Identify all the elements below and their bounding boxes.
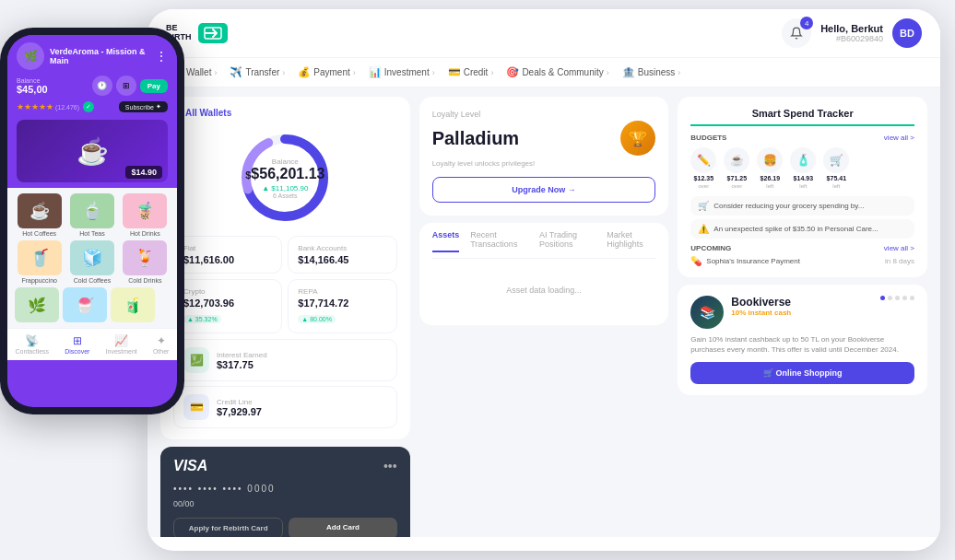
hot-drinks-img: 🧋	[123, 193, 167, 228]
bookiverse-cta-button[interactable]: 🛒 Online Shopping	[690, 362, 914, 384]
interest-icon: 💹	[183, 347, 209, 373]
tab-content-placeholder: Asset data loading...	[506, 286, 582, 295]
balance-assets: 6 Assets	[245, 192, 324, 199]
loyalty-icon: 🏆	[620, 121, 655, 156]
investment-nav-icon: 📊	[369, 66, 382, 78]
visa-buttons: Apply for Rebirth Card Add Card	[173, 518, 397, 537]
phone-cat-cold-drinks[interactable]: 🍹 Cold Drinks	[121, 240, 170, 284]
budget-amount-4: $75.41	[827, 175, 846, 181]
upcoming-header-row: UPCOMING view all >	[690, 244, 914, 252]
nav-transfer[interactable]: ✈️ Transfer ›	[225, 64, 289, 81]
bookiverse-header: 📚 Bookiverse 10% instant cash	[690, 296, 914, 329]
budgets-label: BUDGETS	[690, 134, 726, 142]
apply-card-button[interactable]: Apply for Rebirth Card	[173, 518, 283, 537]
dot-5	[910, 296, 914, 300]
nav-credit-label: Credit	[464, 67, 489, 77]
fiat-label: Fiat	[183, 244, 272, 252]
wallet-section-label: All Wallets	[185, 108, 231, 118]
tabs-bar: Assets Recent Transactions AI Trading Po…	[419, 223, 669, 325]
nav-business-label: Business	[638, 67, 676, 77]
hot-teas-label: Hot Teas	[79, 230, 105, 237]
grocery-alert-text: Consider reducing your grocery spending …	[713, 202, 864, 210]
bookiverse-dots	[880, 296, 914, 300]
balance-amount: $$56,201.13	[245, 166, 324, 182]
cold-drinks-label: Cold Drinks	[128, 277, 161, 284]
phone-pay-button[interactable]: Pay	[140, 79, 168, 93]
credit-info: Credit Line $7,929.97	[217, 398, 262, 417]
bank-amount: $14,166.45	[298, 254, 386, 265]
cold-coffees-img: 🧊	[70, 240, 114, 275]
nav-credit[interactable]: 💳 Credit ›	[443, 64, 499, 81]
nav-payment[interactable]: 💰 Payment ›	[293, 64, 360, 81]
phone-cat-cold-coffees[interactable]: 🧊 Cold Coffees	[67, 240, 116, 284]
phone-nav-investment[interactable]: 📈 Investment	[106, 334, 137, 355]
nav-business-chevron: ›	[678, 68, 680, 77]
phone-nav-discover[interactable]: ⊞ Discover	[65, 334, 89, 355]
phone-subscribe-button[interactable]: Subscribe ✦	[119, 101, 168, 112]
budget-status-1: over	[731, 183, 742, 189]
other-icon: ✦	[157, 334, 166, 347]
repa-change: ▲ 80.00%	[298, 315, 336, 323]
repa-amount: $17,714.72	[298, 298, 386, 309]
phone-frame: 🌿 VerdeAroma - Mission & Main ⋮ Balance …	[0, 28, 184, 414]
phone-clock-icon[interactable]: 🕐	[92, 76, 112, 96]
nav-investment[interactable]: 📊 Investment ›	[364, 64, 440, 81]
notification-button[interactable]: 4	[782, 18, 811, 48]
upgrade-button[interactable]: Upgrade Now →	[432, 177, 656, 203]
nav-community-label: Deals & Community	[522, 67, 603, 77]
payment-days: in 8 days	[885, 257, 914, 265]
hot-coffees-img: ☕	[18, 193, 62, 228]
tab-transactions[interactable]: Recent Transactions	[470, 230, 528, 252]
budget-item-1: ☕ $71.25 over	[724, 147, 749, 189]
budgets-view-all[interactable]: view all >	[884, 134, 914, 142]
budget-status-4: left	[832, 183, 840, 189]
logo-icon	[198, 23, 228, 43]
phone-inner: 🌿 VerdeAroma - Mission & Main ⋮ Balance …	[7, 35, 177, 407]
crypto-card: Crypto $12,703.96 ▲ 35.32%	[173, 279, 282, 333]
payment-nav-icon: 💰	[298, 66, 311, 78]
phone-nav-other[interactable]: ✦ Other	[153, 334, 170, 355]
left-column: All Wallets Balance $$56,201.13 ▲ $11,10…	[160, 97, 410, 537]
tab-assets[interactable]: Assets	[432, 230, 460, 252]
dot-4	[902, 296, 907, 300]
phone-cat-hot-coffees[interactable]: ☕ Hot Coffees	[15, 193, 64, 237]
balance-change: ▲ $11,105.90	[245, 184, 324, 192]
phone-cat-frappuccino[interactable]: 🥤 Frappuccino	[15, 240, 64, 284]
wallet-overview-card: All Wallets Balance $$56,201.13 ▲ $11,10…	[160, 97, 410, 439]
balance-center: Balance $$56,201.13 ▲ $11,105.90 6 Asset…	[245, 158, 324, 199]
crypto-change: ▲ 35.32%	[183, 315, 221, 323]
nav-investment-label: Investment	[384, 67, 430, 77]
avatar[interactable]: BD	[892, 18, 922, 48]
nav-business[interactable]: 🏦 Business ›	[618, 64, 686, 81]
tab-market[interactable]: Market Highlights	[607, 230, 655, 252]
nav-investment-chevron: ›	[432, 68, 435, 77]
card-expiry: 00/00	[173, 499, 397, 508]
phone-categories-grid: ☕ Hot Coffees 🍵 Hot Teas 🧋 Hot Drinks 🥤 …	[7, 188, 177, 328]
phone-balance: $45,00	[17, 84, 48, 95]
bookiverse-card: 📚 Bookiverse 10% instant cash Gain 10% i…	[678, 285, 927, 395]
phone-stars: ★★★★★	[17, 102, 53, 111]
phone-cat-hot-drinks[interactable]: 🧋 Hot Drinks	[121, 193, 170, 237]
asset-grid: Fiat $11,616.00 Bank Accounts $14,166.45…	[173, 236, 397, 333]
budget-amount-0: $12.35	[694, 175, 713, 181]
smart-spend-tracker: Smart Spend Tracker BUDGETS view all > ✏…	[678, 97, 927, 277]
main-nav: 💳 Wallet › ✈️ Transfer › 💰 Payment › 📊 I…	[147, 58, 940, 88]
nav-payment-chevron: ›	[353, 68, 356, 77]
loyalty-name: Palladium	[432, 128, 519, 149]
visa-menu[interactable]: •••	[383, 459, 397, 473]
crypto-amount: $12,703.96	[183, 298, 272, 309]
nav-community[interactable]: 🎯 Deals & Community ›	[501, 64, 613, 81]
phone-menu-icon[interactable]: ⋮	[155, 49, 168, 64]
nav-wallet-chevron: ›	[214, 68, 217, 77]
card-number: •••• •••• •••• 0000	[173, 484, 397, 494]
add-card-button[interactable]: Add Card	[289, 518, 396, 537]
phone-nav-contactless[interactable]: 📡 Contactless	[16, 334, 50, 355]
tab-ai-trading[interactable]: AI Trading Positions	[539, 230, 595, 252]
phone-cat-extra-2: 🍧	[63, 287, 107, 322]
phone-cat-hot-teas[interactable]: 🍵 Hot Teas	[67, 193, 116, 237]
visa-logo: VISA	[173, 458, 207, 474]
tablet-frame: BE BIRTH 4 Hello, Berkut #B60029840	[147, 9, 940, 551]
phone-price-badge: $14.90	[125, 166, 162, 179]
phone-qr-icon[interactable]: ⊞	[116, 76, 136, 96]
upcoming-view-all[interactable]: view all >	[884, 244, 914, 252]
